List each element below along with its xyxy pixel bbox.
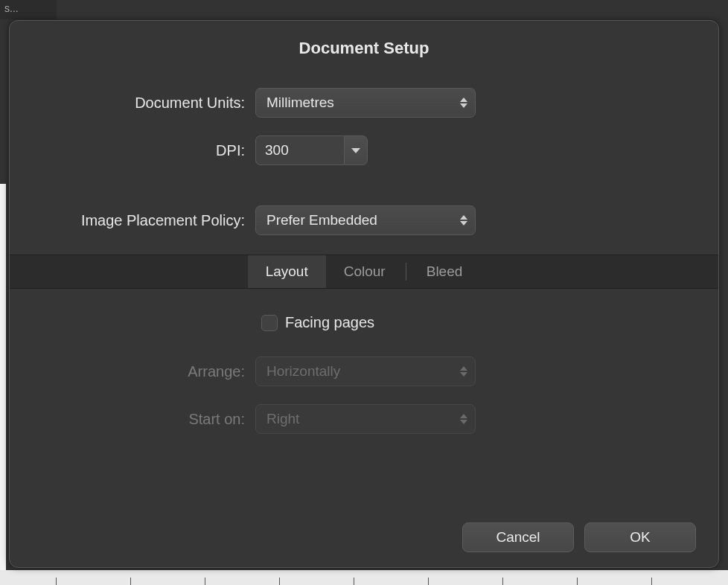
image-placement-label: Image Placement Policy: — [10, 212, 255, 229]
dpi-combo — [255, 135, 368, 165]
image-placement-select[interactable]: Prefer Embedded — [255, 205, 476, 235]
tab-bleed[interactable]: Bleed — [409, 255, 481, 288]
updown-icon — [460, 366, 467, 377]
image-placement-row: Image Placement Policy: Prefer Embedded — [10, 205, 718, 235]
background-ruler — [0, 570, 728, 585]
tab-layout[interactable]: Layout — [248, 255, 326, 288]
dpi-input[interactable] — [255, 135, 344, 165]
facing-pages-label: Facing pages — [285, 314, 374, 331]
ok-button[interactable]: OK — [584, 522, 696, 552]
updown-icon — [460, 414, 467, 424]
document-units-select[interactable]: Millimetres — [255, 88, 476, 118]
arrange-row: Arrange: Horizontally — [10, 357, 718, 386]
dpi-dropdown-button[interactable] — [344, 135, 368, 165]
facing-pages-row: Facing pages — [10, 314, 718, 331]
dialog-footer: Cancel OK — [462, 522, 696, 552]
start-on-label: Start on: — [10, 411, 255, 428]
layout-tab-content: Facing pages Arrange: Horizontally Start… — [10, 289, 718, 467]
arrange-value: Horizontally — [266, 363, 340, 380]
start-on-select[interactable]: Right — [255, 404, 476, 434]
document-units-value: Millimetres — [266, 95, 334, 111]
ok-button-label: OK — [630, 529, 650, 546]
start-on-row: Start on: Right — [10, 404, 718, 434]
arrange-select[interactable]: Horizontally — [255, 357, 476, 386]
cancel-button-label: Cancel — [496, 529, 540, 546]
dialog-title: Document Setup — [10, 21, 718, 65]
document-units-row: Document Units: Millimetres — [10, 88, 718, 118]
dpi-label: DPI: — [10, 142, 255, 159]
arrange-label: Arrange: — [10, 363, 255, 380]
dpi-row: DPI: — [10, 135, 718, 165]
image-placement-value: Prefer Embedded — [266, 212, 377, 228]
background-canvas-edge — [0, 184, 6, 585]
updown-icon — [460, 98, 467, 108]
updown-icon — [460, 215, 467, 226]
tabs-bar: Layout Colour Bleed — [10, 255, 718, 289]
tab-bleed-label: Bleed — [427, 263, 463, 280]
cancel-button[interactable]: Cancel — [462, 522, 574, 552]
tab-separator — [406, 263, 406, 281]
start-on-value: Right — [266, 411, 299, 427]
document-setup-dialog: Document Setup Document Units: Millimetr… — [9, 20, 719, 568]
background-tab-text: s... — [4, 2, 19, 14]
facing-pages-checkbox[interactable] — [261, 315, 278, 331]
tab-colour-label: Colour — [344, 263, 386, 280]
general-settings-area: Document Units: Millimetres DPI: Image P… — [10, 65, 718, 255]
tab-layout-label: Layout — [266, 263, 308, 280]
background-tab: s... — [0, 0, 57, 19]
tab-colour[interactable]: Colour — [326, 255, 403, 288]
document-units-label: Document Units: — [10, 95, 255, 112]
chevron-down-icon — [351, 148, 360, 153]
